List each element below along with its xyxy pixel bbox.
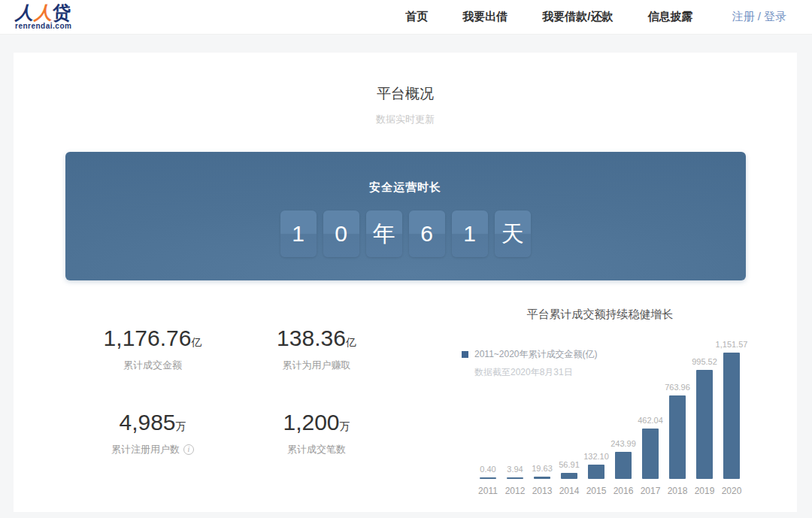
bar bbox=[480, 477, 496, 479]
flip-tile: 天 bbox=[495, 211, 531, 257]
bar-value-label: 462.04 bbox=[638, 416, 663, 425]
stats-grid: 1,176.76亿 累计成交金额 138.36亿 累计为用户赚取 4,985万 … bbox=[71, 326, 398, 456]
legend-entry: 2011~2020年累计成交金额(亿) bbox=[462, 348, 598, 361]
nav-item-home[interactable]: 首页 bbox=[405, 10, 428, 24]
stat-unit: 亿 bbox=[346, 336, 356, 348]
stat-number: 4,985 bbox=[119, 410, 175, 435]
bar bbox=[588, 465, 604, 479]
legend-swatch bbox=[462, 351, 468, 358]
bar bbox=[615, 452, 632, 479]
stats-and-chart-row: 1,176.76亿 累计成交金额 138.36亿 累计为用户赚取 4,985万 … bbox=[14, 306, 797, 496]
chart-legend: 2011~2020年累计成交金额(亿) 数据截至2020年8月31日 bbox=[462, 348, 598, 379]
bar-column: 995.522019 bbox=[696, 357, 713, 496]
stat-registered-users: 4,985万 累计注册用户数i bbox=[71, 410, 235, 456]
top-navbar: 人人贷 renrendai.com 首页 我要出借 我要借款/还款 信息披露 注… bbox=[0, 0, 812, 35]
bar-column: 132.102015 bbox=[588, 452, 604, 496]
stat-value: 1,176.76亿 bbox=[71, 326, 235, 351]
logo-wordmark: 人人贷 bbox=[15, 4, 71, 22]
flip-tile: 年 bbox=[366, 211, 402, 257]
bar bbox=[534, 477, 550, 479]
logo-char-ren2: 人 bbox=[34, 2, 53, 23]
bar-column: 462.042017 bbox=[642, 416, 659, 496]
register-link[interactable]: 注册 bbox=[732, 10, 754, 23]
stat-total-volume: 1,176.76亿 累计成交金额 bbox=[71, 326, 235, 372]
nav-item-borrow-repay[interactable]: 我要借款/还款 bbox=[542, 10, 613, 24]
bar-column: 19.632013 bbox=[534, 464, 550, 496]
auth-separator: / bbox=[754, 10, 764, 23]
x-tick-label: 2018 bbox=[668, 486, 688, 496]
bar-column: 243.992016 bbox=[615, 439, 632, 496]
bar-column: 1,151.572020 bbox=[723, 340, 740, 496]
flip-tile: 1 bbox=[280, 211, 317, 257]
nav-item-lend[interactable]: 我要出借 bbox=[462, 10, 508, 24]
bar bbox=[507, 477, 523, 479]
stat-label: 累计为用户赚取 bbox=[235, 359, 398, 372]
flip-tile: 6 bbox=[409, 211, 445, 257]
bar-value-label: 995.52 bbox=[692, 357, 717, 366]
bar-column: 763.962018 bbox=[669, 383, 686, 496]
bar-value-label: 1,151.57 bbox=[716, 340, 748, 349]
x-tick-label: 2011 bbox=[478, 486, 498, 496]
stat-total-deals: 1,200万 累计成交笔数 bbox=[235, 410, 398, 456]
flip-clock-tiles: 10年61天 bbox=[65, 211, 746, 257]
logo-char-ren1: 人 bbox=[15, 2, 34, 23]
stat-unit: 万 bbox=[340, 420, 350, 432]
x-tick-label: 2012 bbox=[505, 486, 526, 496]
stat-label: 累计成交笔数 bbox=[235, 443, 398, 456]
x-tick-label: 2013 bbox=[532, 486, 553, 496]
bar bbox=[642, 429, 659, 479]
stat-value: 1,200万 bbox=[235, 410, 398, 435]
logo-domain-text: renrendai.com bbox=[15, 23, 71, 30]
cumulative-volume-bar-chart: 平台累计成交额持续稳健增长 2011~2020年累计成交金额(亿) 数据截至20… bbox=[460, 306, 740, 496]
stat-value: 138.36亿 bbox=[235, 326, 398, 351]
bar-value-label: 243.99 bbox=[611, 439, 636, 448]
stat-label: 累计注册用户数i bbox=[71, 443, 235, 456]
logo-char-dai: 贷 bbox=[53, 2, 71, 23]
flip-tile: 1 bbox=[452, 211, 488, 257]
bar-value-label: 132.10 bbox=[583, 452, 609, 461]
stat-unit: 万 bbox=[176, 420, 186, 432]
legend-note: 数据截至2020年8月31日 bbox=[474, 366, 598, 379]
bar-value-label: 3.94 bbox=[507, 465, 523, 474]
stat-number: 138.36 bbox=[277, 326, 346, 350]
main-nav: 首页 我要出借 我要借款/还款 信息披露 注册 / 登录 bbox=[405, 10, 797, 24]
auth-links: 注册 / 登录 bbox=[732, 10, 786, 24]
bar-value-label: 19.63 bbox=[532, 464, 553, 473]
stat-value: 4,985万 bbox=[71, 410, 235, 435]
bar-column: 56.912014 bbox=[561, 460, 577, 496]
x-tick-label: 2016 bbox=[614, 486, 634, 496]
stat-number: 1,200 bbox=[283, 410, 339, 435]
platform-overview-card: 平台概况 数据实时更新 安全运营时长 10年61天 1,176.76亿 累计成交… bbox=[14, 53, 797, 512]
bar bbox=[696, 370, 713, 479]
bar bbox=[723, 353, 740, 479]
renrendai-logo[interactable]: 人人贷 renrendai.com bbox=[15, 4, 71, 30]
x-tick-label: 2019 bbox=[695, 486, 715, 496]
bar bbox=[561, 473, 577, 479]
bar-value-label: 56.91 bbox=[559, 460, 580, 469]
x-tick-label: 2014 bbox=[559, 486, 580, 496]
legend-label: 2011~2020年累计成交金额(亿) bbox=[474, 348, 598, 361]
page-title: 平台概况 bbox=[14, 84, 797, 104]
chart-title: 平台累计成交额持续稳健增长 bbox=[460, 307, 740, 322]
stat-number: 1,176.76 bbox=[104, 326, 192, 350]
stat-user-earnings: 138.36亿 累计为用户赚取 bbox=[235, 326, 398, 372]
flip-tile: 0 bbox=[323, 211, 359, 257]
nav-item-disclosure[interactable]: 信息披露 bbox=[647, 10, 692, 24]
bar-value-label: 763.96 bbox=[665, 383, 690, 392]
stat-unit: 亿 bbox=[191, 336, 201, 348]
info-icon[interactable]: i bbox=[183, 444, 194, 455]
x-tick-label: 2020 bbox=[722, 486, 742, 496]
bar bbox=[669, 395, 686, 479]
login-link[interactable]: 登录 bbox=[764, 10, 786, 23]
bar-column: 0.402011 bbox=[480, 465, 496, 496]
stat-label: 累计成交金额 bbox=[71, 359, 235, 372]
safe-operation-banner: 安全运营时长 10年61天 bbox=[65, 152, 746, 280]
x-tick-label: 2017 bbox=[641, 486, 661, 496]
bar-column: 3.942012 bbox=[507, 465, 523, 496]
x-tick-label: 2015 bbox=[586, 486, 607, 496]
banner-title: 安全运营时长 bbox=[65, 152, 746, 195]
page-subtitle: 数据实时更新 bbox=[14, 113, 797, 126]
bar-value-label: 0.40 bbox=[480, 465, 495, 474]
